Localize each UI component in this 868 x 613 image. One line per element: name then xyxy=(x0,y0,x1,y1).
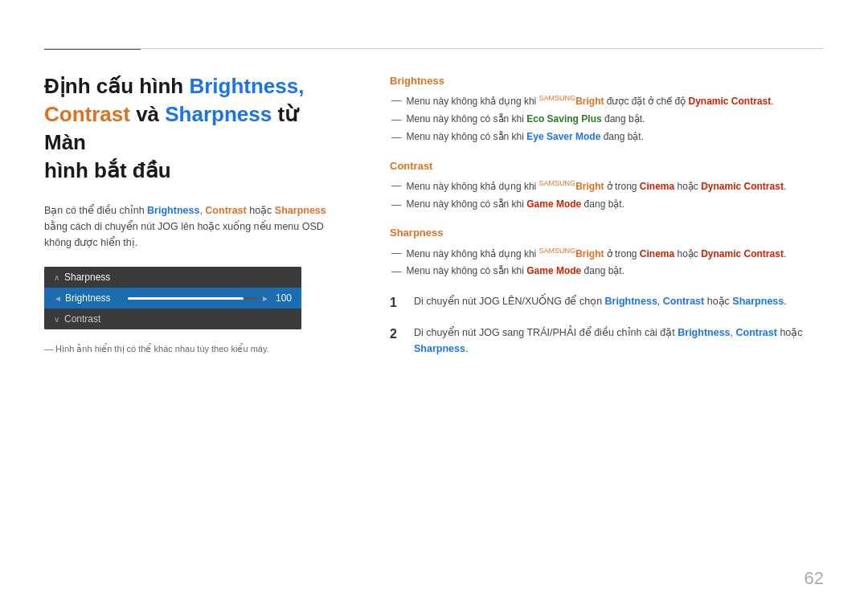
brightness-item-1: — Menu này không khả dụng khi SAMSUNGBri… xyxy=(390,92,824,109)
brightness-text-1: Menu này không khả dụng khi SAMSUNGBrigh… xyxy=(407,92,774,109)
bullet-dash: — xyxy=(391,264,402,280)
sharpness-item-1: — Menu này không khả dụng khi SAMSUNGBri… xyxy=(390,245,824,262)
page-title: Định cấu hình Brightness, Contrast và Sh… xyxy=(44,72,342,185)
left-column: Định cấu hình Brightness, Contrast và Sh… xyxy=(44,72,342,366)
contrast-text-2: Menu này không có sẵn khi Game Mode đang… xyxy=(407,197,625,212)
osd-sharpness-label: Sharpness xyxy=(64,272,292,283)
step-text-1: Di chuyển nút JOG LÊN/XUỐNG để chọn Brig… xyxy=(414,292,787,309)
sharpness-heading: Sharpness xyxy=(390,224,824,241)
osd-menu: ∧ Sharpness ◄ Brightness ► 100 ∨ xyxy=(44,267,301,329)
nav-right-icon: ► xyxy=(261,294,269,303)
arrow-down-icon: ∨ xyxy=(54,315,59,324)
step-2: 2 Di chuyển nút JOG sang TRÁI/PHẢI để đi… xyxy=(390,324,824,357)
osd-row-brightness: ◄ Brightness ► 100 xyxy=(44,288,301,309)
brightness-heading: Brightness xyxy=(390,72,824,89)
numbered-steps: 1 Di chuyển nút JOG LÊN/XUỐNG để chọn Br… xyxy=(390,292,824,356)
intro-text: Bạn có thể điều chỉnh Brightness, Contra… xyxy=(44,202,342,251)
arrow-up-icon: ∧ xyxy=(54,273,59,282)
bullet-dash: — xyxy=(391,245,402,262)
right-column: Brightness — Menu này không khả dụng khi… xyxy=(390,72,824,366)
brightness-text-2: Menu này không có sẵn khi Eco Saving Plu… xyxy=(407,112,645,127)
step-number-1: 1 xyxy=(390,292,407,313)
step-1: 1 Di chuyển nút JOG LÊN/XUỐNG để chọn Br… xyxy=(390,292,824,313)
step-text-2: Di chuyển nút JOG sang TRÁI/PHẢI để điều… xyxy=(414,324,824,357)
contrast-text-1: Menu này không khả dụng khi SAMSUNGBrigh… xyxy=(407,178,787,194)
osd-contrast-label: Contrast xyxy=(64,313,292,325)
slider-track xyxy=(128,297,256,300)
osd-row-sharpness: ∧ Sharpness xyxy=(44,267,301,288)
contrast-item-1: — Menu này không khả dụng khi SAMSUNGBri… xyxy=(390,178,824,194)
sharpness-item-2: — Menu này không có sẵn khi Game Mode đa… xyxy=(390,264,824,280)
bullet-dash: — xyxy=(391,92,402,109)
nav-left-icon: ◄ xyxy=(54,294,62,303)
slider-fill xyxy=(128,297,244,300)
bullet-dash: — xyxy=(391,112,402,129)
top-line xyxy=(44,48,824,49)
osd-slider: ► xyxy=(128,294,269,303)
sharpness-text-1: Menu này không khả dụng khi SAMSUNGBrigh… xyxy=(407,245,787,262)
contrast-item-2: — Menu này không có sẵn khi Game Mode đa… xyxy=(390,197,824,214)
osd-row-contrast: ∨ Contrast xyxy=(44,309,301,329)
osd-brightness-value: 100 xyxy=(269,292,292,304)
brightness-text-3: Menu này không có sẵn khi Eye Saver Mode… xyxy=(407,129,645,145)
brightness-item-3: — Menu này không có sẵn khi Eye Saver Mo… xyxy=(390,129,824,146)
osd-brightness-label: Brightness xyxy=(65,292,128,304)
sharpness-text-2: Menu này không có sẵn khi Game Mode đang… xyxy=(407,264,625,279)
page-number: 62 xyxy=(805,568,824,589)
page-container: Định cấu hình Brightness, Contrast và Sh… xyxy=(0,0,868,613)
brightness-item-2: — Menu này không có sẵn khi Eco Saving P… xyxy=(390,112,824,129)
bullet-dash: — xyxy=(391,129,402,146)
footnote: — Hình ảnh hiển thị có thể khác nhau tùy… xyxy=(44,344,342,354)
step-number-2: 2 xyxy=(390,324,407,345)
bullet-dash: — xyxy=(391,178,402,194)
bullet-dash: — xyxy=(391,197,402,214)
contrast-heading: Contrast xyxy=(390,157,824,174)
